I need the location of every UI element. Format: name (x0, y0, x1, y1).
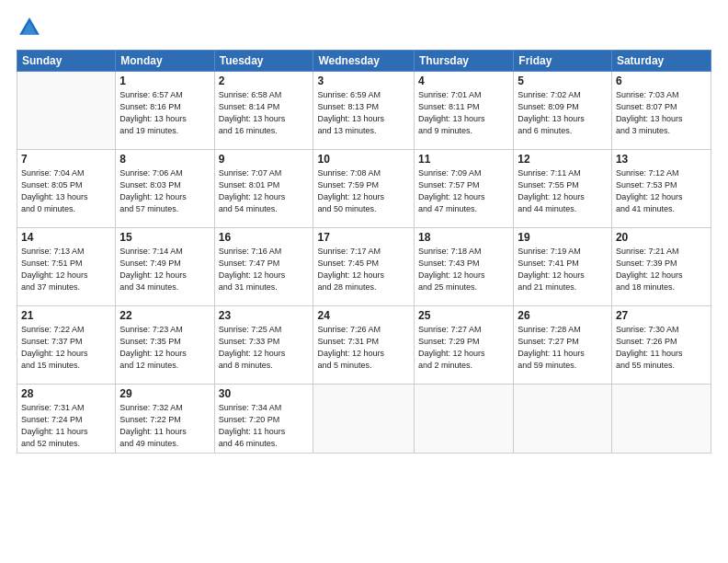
day-number: 19 (518, 231, 608, 244)
day-number: 20 (616, 231, 707, 244)
header (17, 15, 711, 40)
day-number: 18 (418, 231, 509, 244)
calendar-cell: 12Sunrise: 7:11 AM Sunset: 7:55 PM Dayli… (514, 150, 612, 228)
day-number: 23 (219, 309, 310, 322)
calendar-cell: 18Sunrise: 7:18 AM Sunset: 7:43 PM Dayli… (415, 228, 514, 306)
calendar-cell (611, 385, 711, 454)
calendar-cell: 20Sunrise: 7:21 AM Sunset: 7:39 PM Dayli… (611, 228, 711, 306)
day-number: 17 (317, 231, 410, 244)
day-info: Sunrise: 6:59 AM Sunset: 8:13 PM Dayligh… (317, 89, 410, 137)
calendar-cell (17, 72, 116, 150)
day-number: 7 (21, 153, 111, 166)
day-info: Sunrise: 7:27 AM Sunset: 7:29 PM Dayligh… (418, 324, 509, 372)
day-info: Sunrise: 7:01 AM Sunset: 8:11 PM Dayligh… (418, 89, 509, 137)
calendar-cell (313, 385, 415, 454)
day-number: 9 (219, 153, 310, 166)
calendar-week-row: 28Sunrise: 7:31 AM Sunset: 7:24 PM Dayli… (17, 385, 711, 454)
calendar-cell: 27Sunrise: 7:30 AM Sunset: 7:26 PM Dayli… (611, 306, 711, 385)
day-info: Sunrise: 7:19 AM Sunset: 7:41 PM Dayligh… (518, 246, 608, 293)
calendar-cell: 9Sunrise: 7:07 AM Sunset: 8:01 PM Daylig… (214, 150, 313, 228)
day-number: 22 (119, 309, 210, 322)
day-info: Sunrise: 7:32 AM Sunset: 7:22 PM Dayligh… (119, 402, 210, 450)
calendar-header-tuesday: Tuesday (214, 51, 313, 72)
calendar-header-saturday: Saturday (611, 51, 711, 72)
calendar-cell: 10Sunrise: 7:08 AM Sunset: 7:59 PM Dayli… (313, 150, 415, 228)
calendar-week-row: 1Sunrise: 6:57 AM Sunset: 8:16 PM Daylig… (17, 72, 711, 150)
calendar-cell: 13Sunrise: 7:12 AM Sunset: 7:53 PM Dayli… (611, 150, 711, 228)
day-info: Sunrise: 7:23 AM Sunset: 7:35 PM Dayligh… (119, 324, 210, 372)
day-info: Sunrise: 7:17 AM Sunset: 7:45 PM Dayligh… (317, 246, 410, 293)
day-number: 28 (21, 387, 111, 400)
day-info: Sunrise: 7:13 AM Sunset: 7:51 PM Dayligh… (21, 246, 111, 293)
calendar-cell: 26Sunrise: 7:28 AM Sunset: 7:27 PM Dayli… (514, 306, 612, 385)
day-info: Sunrise: 7:11 AM Sunset: 7:55 PM Dayligh… (518, 167, 608, 215)
calendar-cell: 29Sunrise: 7:32 AM Sunset: 7:22 PM Dayli… (116, 385, 214, 454)
day-number: 8 (119, 153, 210, 166)
day-number: 1 (119, 75, 210, 87)
day-info: Sunrise: 7:09 AM Sunset: 7:57 PM Dayligh… (418, 167, 509, 215)
day-number: 29 (119, 387, 210, 400)
day-info: Sunrise: 7:25 AM Sunset: 7:33 PM Dayligh… (219, 324, 310, 372)
day-info: Sunrise: 7:03 AM Sunset: 8:07 PM Dayligh… (616, 89, 707, 137)
day-number: 12 (518, 153, 608, 166)
calendar-cell: 11Sunrise: 7:09 AM Sunset: 7:57 PM Dayli… (415, 150, 514, 228)
calendar-header-wednesday: Wednesday (313, 51, 415, 72)
day-info: Sunrise: 6:57 AM Sunset: 8:16 PM Dayligh… (119, 89, 210, 137)
day-info: Sunrise: 7:04 AM Sunset: 8:05 PM Dayligh… (21, 167, 111, 215)
day-number: 2 (219, 75, 310, 87)
day-number: 3 (317, 75, 410, 87)
day-info: Sunrise: 7:07 AM Sunset: 8:01 PM Dayligh… (219, 167, 310, 215)
calendar-cell: 17Sunrise: 7:17 AM Sunset: 7:45 PM Dayli… (313, 228, 415, 306)
calendar-header-monday: Monday (116, 51, 214, 72)
day-info: Sunrise: 7:31 AM Sunset: 7:24 PM Dayligh… (21, 402, 111, 450)
calendar-cell: 15Sunrise: 7:14 AM Sunset: 7:49 PM Dayli… (116, 228, 214, 306)
day-number: 26 (518, 309, 608, 322)
day-number: 13 (616, 153, 707, 166)
calendar-header-row: SundayMondayTuesdayWednesdayThursdayFrid… (17, 51, 711, 72)
logo-icon (17, 15, 42, 40)
calendar-week-row: 14Sunrise: 7:13 AM Sunset: 7:51 PM Dayli… (17, 228, 711, 306)
day-info: Sunrise: 7:16 AM Sunset: 7:47 PM Dayligh… (219, 246, 310, 293)
calendar-cell: 3Sunrise: 6:59 AM Sunset: 8:13 PM Daylig… (313, 72, 415, 150)
day-number: 25 (418, 309, 509, 322)
day-number: 11 (418, 153, 509, 166)
day-info: Sunrise: 6:58 AM Sunset: 8:14 PM Dayligh… (219, 89, 310, 137)
calendar-cell: 28Sunrise: 7:31 AM Sunset: 7:24 PM Dayli… (17, 385, 116, 454)
day-number: 24 (317, 309, 410, 322)
calendar-cell: 25Sunrise: 7:27 AM Sunset: 7:29 PM Dayli… (415, 306, 514, 385)
calendar-cell: 14Sunrise: 7:13 AM Sunset: 7:51 PM Dayli… (17, 228, 116, 306)
calendar-cell: 24Sunrise: 7:26 AM Sunset: 7:31 PM Dayli… (313, 306, 415, 385)
day-number: 15 (119, 231, 210, 244)
day-info: Sunrise: 7:28 AM Sunset: 7:27 PM Dayligh… (518, 324, 608, 372)
calendar-cell: 6Sunrise: 7:03 AM Sunset: 8:07 PM Daylig… (611, 72, 711, 150)
day-info: Sunrise: 7:22 AM Sunset: 7:37 PM Dayligh… (21, 324, 111, 372)
calendar-cell: 5Sunrise: 7:02 AM Sunset: 8:09 PM Daylig… (514, 72, 612, 150)
day-info: Sunrise: 7:26 AM Sunset: 7:31 PM Dayligh… (317, 324, 410, 372)
calendar-header-friday: Friday (514, 51, 612, 72)
calendar-cell: 22Sunrise: 7:23 AM Sunset: 7:35 PM Dayli… (116, 306, 214, 385)
day-info: Sunrise: 7:08 AM Sunset: 7:59 PM Dayligh… (317, 167, 410, 215)
calendar-cell: 16Sunrise: 7:16 AM Sunset: 7:47 PM Dayli… (214, 228, 313, 306)
page: SundayMondayTuesdayWednesdayThursdayFrid… (0, 0, 728, 563)
calendar: SundayMondayTuesdayWednesdayThursdayFrid… (17, 50, 711, 454)
day-number: 4 (418, 75, 509, 87)
day-number: 16 (219, 231, 310, 244)
day-info: Sunrise: 7:18 AM Sunset: 7:43 PM Dayligh… (418, 246, 509, 293)
calendar-cell: 8Sunrise: 7:06 AM Sunset: 8:03 PM Daylig… (116, 150, 214, 228)
calendar-cell: 30Sunrise: 7:34 AM Sunset: 7:20 PM Dayli… (214, 385, 313, 454)
calendar-cell: 23Sunrise: 7:25 AM Sunset: 7:33 PM Dayli… (214, 306, 313, 385)
calendar-cell: 2Sunrise: 6:58 AM Sunset: 8:14 PM Daylig… (214, 72, 313, 150)
day-number: 30 (219, 387, 310, 400)
day-number: 10 (317, 153, 410, 166)
calendar-cell: 19Sunrise: 7:19 AM Sunset: 7:41 PM Dayli… (514, 228, 612, 306)
logo (17, 15, 46, 40)
calendar-cell (514, 385, 612, 454)
day-info: Sunrise: 7:14 AM Sunset: 7:49 PM Dayligh… (119, 246, 210, 293)
calendar-week-row: 21Sunrise: 7:22 AM Sunset: 7:37 PM Dayli… (17, 306, 711, 385)
day-number: 14 (21, 231, 111, 244)
calendar-cell: 7Sunrise: 7:04 AM Sunset: 8:05 PM Daylig… (17, 150, 116, 228)
day-number: 21 (21, 309, 111, 322)
day-info: Sunrise: 7:34 AM Sunset: 7:20 PM Dayligh… (219, 402, 310, 450)
calendar-header-sunday: Sunday (17, 51, 116, 72)
calendar-header-thursday: Thursday (415, 51, 514, 72)
